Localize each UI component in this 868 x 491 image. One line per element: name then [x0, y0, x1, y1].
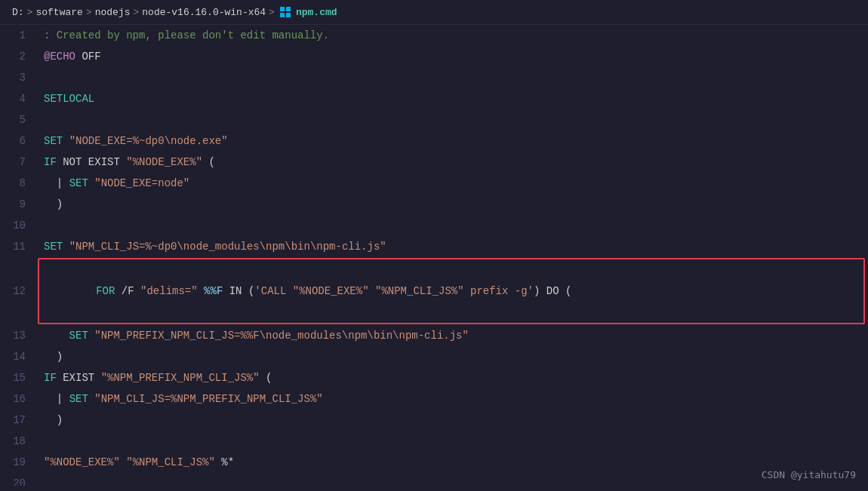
- code-line: 2 @ECHO OFF: [0, 46, 868, 67]
- svg-rect-1: [286, 7, 291, 11]
- line-content: ): [38, 194, 868, 215]
- line-content: [38, 215, 868, 236]
- code-line: 6 SET "NODE_EXE=%~dp0\node.exe": [0, 130, 868, 152]
- line-content: SET "NODE_EXE=%~dp0\node.exe": [38, 130, 868, 152]
- line-number: 14: [0, 346, 38, 367]
- line-content-highlighted: FOR /F "delims=" %%F IN ('CALL "%NODE_EX…: [38, 258, 865, 324]
- breadcrumb-node-version: node-v16.16.0-win-x64: [142, 7, 266, 18]
- line-content: SETLOCAL: [38, 88, 868, 109]
- line-number: 2: [0, 46, 38, 67]
- code-line: 5: [0, 109, 868, 130]
- line-content: [38, 67, 868, 88]
- line-content: | SET "NODE_EXE=node": [38, 173, 868, 194]
- line-number: 4: [0, 88, 38, 109]
- breadcrumb-sep-1: >: [27, 7, 33, 18]
- code-line: 10: [0, 215, 868, 236]
- windows-icon: [279, 6, 291, 18]
- line-number: 15: [0, 367, 38, 388]
- line-content: ): [38, 410, 868, 431]
- line-number: 10: [0, 215, 38, 236]
- svg-rect-3: [286, 13, 291, 17]
- line-content: IF EXIST "%NPM_PREFIX_NPM_CLI_JS%" (: [38, 367, 868, 388]
- line-number: 8: [0, 173, 38, 194]
- code-line: 8 | SET "NODE_EXE=node": [0, 173, 868, 194]
- line-number: 3: [0, 67, 38, 88]
- code-editor: 1 : Created by npm, please don't edit ma…: [0, 25, 868, 486]
- breadcrumb-filename: npm.cmd: [296, 7, 337, 18]
- code-line: 1 : Created by npm, please don't edit ma…: [0, 25, 868, 46]
- breadcrumb-sep-4: >: [269, 7, 275, 18]
- breadcrumb-sep-2: >: [86, 7, 92, 18]
- line-content: @ECHO OFF: [38, 46, 868, 67]
- line-number: 9: [0, 194, 38, 215]
- code-line: 9 ): [0, 194, 868, 215]
- code-line: 14 ): [0, 346, 868, 367]
- code-line: 7 IF NOT EXIST "%NODE_EXE%" (: [0, 152, 868, 173]
- line-content: SET "NPM_CLI_JS=%~dp0\node_modules\npm\b…: [38, 236, 868, 257]
- breadcrumb-nodejs: nodejs: [95, 7, 131, 18]
- code-line: 15 IF EXIST "%NPM_PREFIX_NPM_CLI_JS%" (: [0, 367, 868, 388]
- line-number: 20: [0, 473, 38, 486]
- svg-rect-0: [280, 7, 285, 11]
- code-line: 11 SET "NPM_CLI_JS=%~dp0\node_modules\np…: [0, 236, 868, 257]
- watermark: CSDN @yitahutu79: [762, 469, 856, 480]
- code-line: 19 "%NODE_EXE%" "%NPM_CLI_JS%" %*: [0, 452, 868, 473]
- breadcrumb-drive: D:: [12, 7, 24, 18]
- line-content: "%NODE_EXE%" "%NPM_CLI_JS%" %*: [38, 452, 868, 473]
- line-number: 12: [0, 281, 38, 302]
- line-content: ): [38, 346, 868, 367]
- line-number: 1: [0, 25, 38, 46]
- line-content: : Created by npm, please don't edit manu…: [38, 25, 868, 46]
- code-line: 18: [0, 431, 868, 452]
- line-content: [38, 431, 868, 452]
- svg-rect-2: [280, 13, 285, 17]
- line-number: 6: [0, 130, 38, 152]
- code-line: 13 SET "NPM_PREFIX_NPM_CLI_JS=%%F\node_m…: [0, 325, 868, 346]
- line-content: SET "NPM_PREFIX_NPM_CLI_JS=%%F\node_modu…: [38, 325, 868, 346]
- line-content: [38, 473, 868, 486]
- line-content: IF NOT EXIST "%NODE_EXE%" (: [38, 152, 868, 173]
- code-line: 17 ): [0, 410, 868, 431]
- code-line: 4 SETLOCAL: [0, 88, 868, 109]
- line-number: 19: [0, 452, 38, 473]
- line-number: 16: [0, 388, 38, 410]
- breadcrumb-software: software: [35, 7, 82, 18]
- line-number: 5: [0, 109, 38, 130]
- line-number: 18: [0, 431, 38, 452]
- code-lines: 1 : Created by npm, please don't edit ma…: [0, 25, 868, 486]
- line-number: 17: [0, 410, 38, 431]
- breadcrumb-bar: D: > software > nodejs > node-v16.16.0-w…: [0, 0, 868, 25]
- code-line: 3: [0, 67, 868, 88]
- code-line: 20: [0, 473, 868, 486]
- line-content: [38, 109, 868, 130]
- code-line-highlighted: 12 FOR /F "delims=" %%F IN ('CALL "%NODE…: [0, 257, 868, 325]
- code-line: 16 | SET "NPM_CLI_JS=%NPM_PREFIX_NPM_CLI…: [0, 388, 868, 410]
- line-number: 7: [0, 152, 38, 173]
- breadcrumb-sep-3: >: [133, 7, 139, 18]
- line-number: 13: [0, 325, 38, 346]
- line-number: 11: [0, 236, 38, 257]
- line-content: | SET "NPM_CLI_JS=%NPM_PREFIX_NPM_CLI_JS…: [38, 388, 868, 410]
